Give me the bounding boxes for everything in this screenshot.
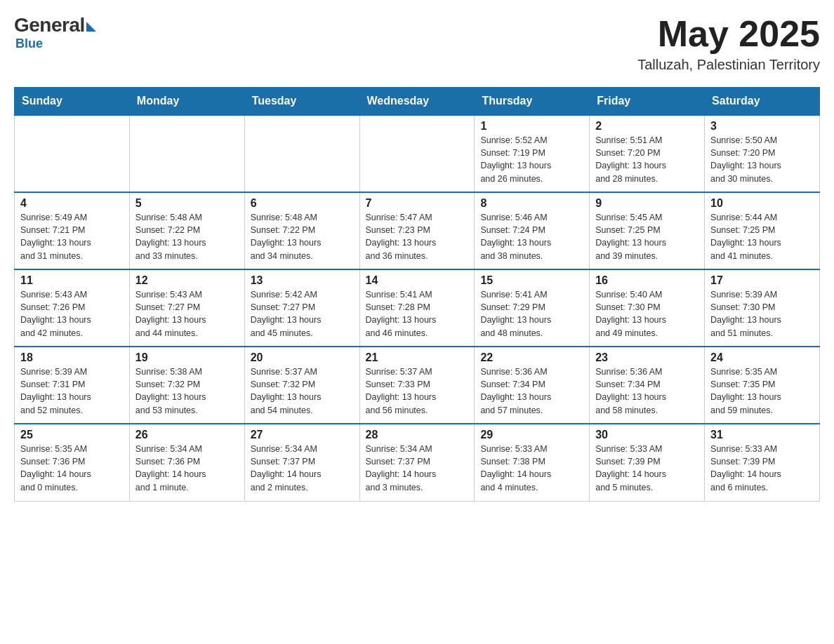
calendar-week-row: 25Sunrise: 5:35 AM Sunset: 7:36 PM Dayli… xyxy=(15,424,820,501)
day-number: 7 xyxy=(366,197,469,210)
calendar-day-cell: 3Sunrise: 5:50 AM Sunset: 7:20 PM Daylig… xyxy=(705,115,820,192)
day-number: 24 xyxy=(710,351,814,364)
day-number: 21 xyxy=(366,351,469,364)
calendar-week-row: 11Sunrise: 5:43 AM Sunset: 7:26 PM Dayli… xyxy=(15,269,820,347)
calendar-day-cell: 31Sunrise: 5:33 AM Sunset: 7:39 PM Dayli… xyxy=(705,424,820,501)
day-info: Sunrise: 5:33 AM Sunset: 7:38 PM Dayligh… xyxy=(480,443,583,494)
calendar-day-cell: 28Sunrise: 5:34 AM Sunset: 7:37 PM Dayli… xyxy=(359,424,475,501)
calendar-day-cell: 11Sunrise: 5:43 AM Sunset: 7:26 PM Dayli… xyxy=(15,269,130,347)
day-number: 5 xyxy=(135,197,239,210)
day-info: Sunrise: 5:41 AM Sunset: 7:29 PM Dayligh… xyxy=(480,288,583,340)
calendar-day-cell xyxy=(359,115,475,192)
calendar-day-cell: 14Sunrise: 5:41 AM Sunset: 7:28 PM Dayli… xyxy=(359,269,475,347)
day-info: Sunrise: 5:52 AM Sunset: 7:19 PM Dayligh… xyxy=(480,134,583,185)
day-number: 14 xyxy=(366,274,469,287)
calendar-day-cell: 26Sunrise: 5:34 AM Sunset: 7:36 PM Dayli… xyxy=(129,424,244,501)
calendar-day-cell: 22Sunrise: 5:36 AM Sunset: 7:34 PM Dayli… xyxy=(475,347,590,424)
calendar-day-cell xyxy=(129,115,244,192)
day-number: 4 xyxy=(20,197,124,210)
calendar-day-cell: 6Sunrise: 5:48 AM Sunset: 7:22 PM Daylig… xyxy=(244,192,359,269)
calendar-day-cell: 21Sunrise: 5:37 AM Sunset: 7:33 PM Dayli… xyxy=(359,347,475,424)
calendar-day-cell: 1Sunrise: 5:52 AM Sunset: 7:19 PM Daylig… xyxy=(475,115,590,192)
calendar-day-cell: 20Sunrise: 5:37 AM Sunset: 7:32 PM Dayli… xyxy=(244,347,359,424)
day-number: 29 xyxy=(480,429,583,441)
calendar-day-header: Tuesday xyxy=(244,88,359,116)
day-number: 12 xyxy=(135,274,239,287)
calendar-week-row: 1Sunrise: 5:52 AM Sunset: 7:19 PM Daylig… xyxy=(15,115,820,192)
day-number: 20 xyxy=(251,351,354,364)
calendar-day-cell: 19Sunrise: 5:38 AM Sunset: 7:32 PM Dayli… xyxy=(129,347,244,424)
calendar-day-cell: 15Sunrise: 5:41 AM Sunset: 7:29 PM Dayli… xyxy=(475,269,590,347)
calendar-day-cell: 16Sunrise: 5:40 AM Sunset: 7:30 PM Dayli… xyxy=(590,269,705,347)
calendar-day-header: Saturday xyxy=(705,88,820,116)
day-info: Sunrise: 5:37 AM Sunset: 7:32 PM Dayligh… xyxy=(251,365,354,417)
day-number: 31 xyxy=(710,429,814,441)
day-info: Sunrise: 5:42 AM Sunset: 7:27 PM Dayligh… xyxy=(251,288,354,340)
day-info: Sunrise: 5:50 AM Sunset: 7:20 PM Dayligh… xyxy=(710,134,814,185)
day-info: Sunrise: 5:33 AM Sunset: 7:39 PM Dayligh… xyxy=(595,443,699,494)
calendar-day-cell: 8Sunrise: 5:46 AM Sunset: 7:24 PM Daylig… xyxy=(475,192,590,269)
day-info: Sunrise: 5:34 AM Sunset: 7:37 PM Dayligh… xyxy=(366,443,469,494)
calendar-day-cell: 17Sunrise: 5:39 AM Sunset: 7:30 PM Dayli… xyxy=(705,269,820,347)
day-number: 16 xyxy=(595,274,699,287)
day-info: Sunrise: 5:48 AM Sunset: 7:22 PM Dayligh… xyxy=(135,211,239,262)
day-number: 22 xyxy=(480,351,583,364)
day-info: Sunrise: 5:44 AM Sunset: 7:25 PM Dayligh… xyxy=(710,211,814,262)
calendar-day-cell: 12Sunrise: 5:43 AM Sunset: 7:27 PM Dayli… xyxy=(129,269,244,347)
day-info: Sunrise: 5:40 AM Sunset: 7:30 PM Dayligh… xyxy=(595,288,699,340)
calendar-day-cell: 7Sunrise: 5:47 AM Sunset: 7:23 PM Daylig… xyxy=(359,192,475,269)
day-number: 9 xyxy=(595,197,699,210)
calendar-day-cell: 9Sunrise: 5:45 AM Sunset: 7:25 PM Daylig… xyxy=(590,192,705,269)
calendar-day-cell: 5Sunrise: 5:48 AM Sunset: 7:22 PM Daylig… xyxy=(129,192,244,269)
day-number: 2 xyxy=(595,120,699,133)
day-info: Sunrise: 5:35 AM Sunset: 7:36 PM Dayligh… xyxy=(20,443,124,494)
day-number: 15 xyxy=(480,274,583,287)
calendar-week-row: 4Sunrise: 5:49 AM Sunset: 7:21 PM Daylig… xyxy=(15,192,820,269)
month-title: May 2025 xyxy=(637,14,820,54)
day-info: Sunrise: 5:35 AM Sunset: 7:35 PM Dayligh… xyxy=(710,365,814,417)
day-number: 6 xyxy=(251,197,354,210)
calendar-day-header: Wednesday xyxy=(359,88,475,116)
page-header: General Blue May 2025 Talluzah, Palestin… xyxy=(14,14,820,73)
day-info: Sunrise: 5:45 AM Sunset: 7:25 PM Dayligh… xyxy=(595,211,699,262)
day-number: 30 xyxy=(595,429,699,441)
calendar-day-cell xyxy=(244,115,359,192)
calendar-day-cell: 29Sunrise: 5:33 AM Sunset: 7:38 PM Dayli… xyxy=(475,424,590,501)
day-info: Sunrise: 5:39 AM Sunset: 7:30 PM Dayligh… xyxy=(710,288,814,340)
day-info: Sunrise: 5:36 AM Sunset: 7:34 PM Dayligh… xyxy=(480,365,583,417)
calendar-day-cell: 13Sunrise: 5:42 AM Sunset: 7:27 PM Dayli… xyxy=(244,269,359,347)
calendar-week-row: 18Sunrise: 5:39 AM Sunset: 7:31 PM Dayli… xyxy=(15,347,820,424)
calendar-day-cell: 25Sunrise: 5:35 AM Sunset: 7:36 PM Dayli… xyxy=(15,424,130,501)
day-number: 1 xyxy=(480,120,583,133)
day-info: Sunrise: 5:46 AM Sunset: 7:24 PM Dayligh… xyxy=(480,211,583,262)
calendar-day-header: Thursday xyxy=(475,88,590,116)
logo-general-text: General xyxy=(14,14,85,36)
day-number: 25 xyxy=(20,429,124,441)
day-number: 19 xyxy=(135,351,239,364)
calendar-day-cell: 24Sunrise: 5:35 AM Sunset: 7:35 PM Dayli… xyxy=(705,347,820,424)
day-number: 17 xyxy=(710,274,814,287)
calendar-day-cell xyxy=(15,115,130,192)
day-info: Sunrise: 5:37 AM Sunset: 7:33 PM Dayligh… xyxy=(366,365,469,417)
logo-blue-text: Blue xyxy=(15,36,43,51)
logo-arrow-icon xyxy=(86,22,96,32)
day-info: Sunrise: 5:36 AM Sunset: 7:34 PM Dayligh… xyxy=(595,365,699,417)
day-info: Sunrise: 5:49 AM Sunset: 7:21 PM Dayligh… xyxy=(20,211,124,262)
day-info: Sunrise: 5:51 AM Sunset: 7:20 PM Dayligh… xyxy=(595,134,699,185)
day-info: Sunrise: 5:43 AM Sunset: 7:26 PM Dayligh… xyxy=(20,288,124,340)
calendar-day-cell: 27Sunrise: 5:34 AM Sunset: 7:37 PM Dayli… xyxy=(244,424,359,501)
day-number: 28 xyxy=(366,429,469,441)
day-number: 23 xyxy=(595,351,699,364)
day-number: 3 xyxy=(710,120,814,133)
calendar-day-cell: 4Sunrise: 5:49 AM Sunset: 7:21 PM Daylig… xyxy=(15,192,130,269)
day-info: Sunrise: 5:48 AM Sunset: 7:22 PM Dayligh… xyxy=(251,211,354,262)
day-number: 26 xyxy=(135,429,239,441)
calendar-day-header: Monday xyxy=(129,88,244,116)
logo: General Blue xyxy=(14,14,96,51)
day-info: Sunrise: 5:43 AM Sunset: 7:27 PM Dayligh… xyxy=(135,288,239,340)
day-number: 27 xyxy=(251,429,354,441)
day-info: Sunrise: 5:38 AM Sunset: 7:32 PM Dayligh… xyxy=(135,365,239,417)
calendar-day-header: Sunday xyxy=(15,88,130,116)
location: Talluzah, Palestinian Territory xyxy=(637,57,820,73)
day-number: 11 xyxy=(20,274,124,287)
